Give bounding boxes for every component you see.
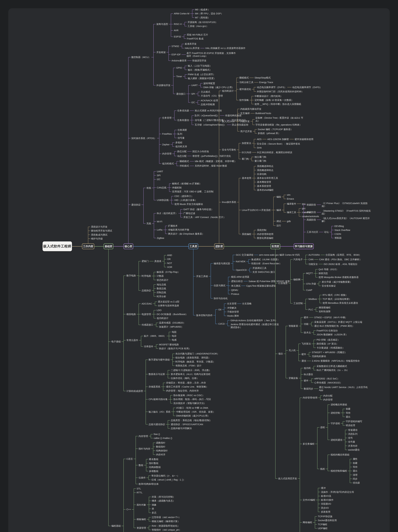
mindmap-node[interactable]: 硬件加速模块使用 bbox=[294, 138, 314, 141]
mindmap-node[interactable]: 数字逻辑与硬件基础 bbox=[148, 358, 170, 361]
mindmap-node[interactable]: 系统设计与开发 bbox=[90, 225, 108, 228]
mindmap-node[interactable]: 抢占式调度 vs 时间片轮转 bbox=[194, 109, 223, 112]
mindmap-node[interactable]: 用户态开发 bbox=[240, 130, 253, 133]
mindmap-node[interactable]: 位域（struct { uint8_t flag : 1; }） bbox=[151, 478, 186, 481]
mindmap-node[interactable]: gdb bbox=[286, 220, 291, 223]
mindmap-node[interactable]: 安全与可靠性 bbox=[221, 148, 237, 152]
mindmap-node[interactable]: 封装（类与访问控制） bbox=[151, 495, 176, 499]
mindmap-node[interactable]: 初级阶段 bbox=[306, 203, 317, 206]
mindmap-node[interactable]: QEMU bbox=[230, 288, 239, 292]
mindmap-node[interactable]: 函数指针 bbox=[155, 441, 166, 444]
mindmap-node[interactable]: 枚举/结构体/联合体 bbox=[138, 482, 159, 486]
mindmap-node[interactable]: 窗口看门狗 bbox=[254, 159, 267, 163]
mindmap-node[interactable]: 标准I/O操作 bbox=[320, 498, 334, 501]
mindmap-node[interactable]: 使用 libusb 开发主机端驱动 bbox=[173, 203, 204, 206]
mindmap-node[interactable]: 逻辑分析仪 bbox=[230, 280, 244, 283]
mindmap-node[interactable]: 指令周期：取指→译码→执行→写回 bbox=[173, 398, 212, 401]
mindmap-node[interactable]: AVR bbox=[173, 29, 179, 32]
mindmap-node[interactable]: 系统控制 bbox=[256, 228, 267, 232]
mindmap-node[interactable]: 总线与通信协议 bbox=[148, 423, 166, 426]
mindmap-node[interactable]: 地址总线 bbox=[156, 283, 167, 286]
mindmap-node[interactable]: 编译器与调试器 bbox=[213, 262, 231, 265]
mindmap-node[interactable]: 时序分析 bbox=[156, 295, 167, 298]
mindmap-node[interactable]: 穿戴设备 bbox=[288, 376, 299, 380]
mindmap-node[interactable]: 低功耗模式 bbox=[161, 162, 174, 165]
mindmap-node[interactable]: 总线协议 bbox=[141, 289, 152, 292]
mindmap-node[interactable]: 数据表示与运算 bbox=[148, 373, 166, 376]
mindmap-node[interactable]: NOT bbox=[166, 261, 173, 265]
mindmap-node[interactable]: 退出 bbox=[352, 469, 358, 473]
mindmap-node[interactable]: 指针数组 bbox=[148, 462, 159, 465]
mindmap-node[interactable]: UART bbox=[191, 84, 199, 87]
mindmap-node[interactable]: AES-128/256 加解密 bbox=[267, 138, 290, 141]
mindmap-node[interactable]: TCP编程 bbox=[317, 523, 328, 526]
mindmap-node[interactable]: 系统集成与测试 bbox=[90, 233, 108, 236]
mindmap-node[interactable]: MOSFET 驱动电路 bbox=[158, 343, 180, 346]
mindmap-node[interactable]: GPIO bbox=[175, 66, 183, 70]
mindmap-node[interactable]: 队列 bbox=[177, 132, 183, 136]
mindmap-node[interactable]: 资源管理 bbox=[136, 526, 147, 530]
mindmap-node[interactable]: free () bbox=[153, 432, 161, 436]
mindmap-node[interactable]: DMA传输机制（减少CPU占用） bbox=[175, 414, 211, 418]
mindmap-node[interactable]: 信号量 bbox=[177, 136, 185, 139]
mindmap-node[interactable]: 功率器件 bbox=[143, 345, 154, 348]
mindmap-node[interactable]: 编译工具 bbox=[286, 211, 297, 214]
mindmap-node[interactable]: I2C bbox=[156, 178, 161, 181]
mindmap-node[interactable]: Sleep/Stop模式 bbox=[254, 76, 271, 79]
mindmap-node[interactable]: 位操作优化（掩码、位移） bbox=[170, 377, 199, 380]
mindmap-node[interactable]: 有线 bbox=[146, 186, 152, 190]
mindmap-node[interactable]: 输入输出（I/O）系统 bbox=[148, 410, 171, 413]
root-topic[interactable]: 嵌入式软件工程师 bbox=[43, 241, 72, 251]
mindmap-node[interactable]: 工具链（riscv-gcc） bbox=[187, 25, 209, 28]
mindmap-node[interactable]: 心率传感器（MAX30102） bbox=[314, 381, 343, 384]
mindmap-node[interactable]: 数据同步 bbox=[303, 387, 314, 390]
mindmap-node[interactable]: FreeRTOS 任务划分 bbox=[316, 329, 339, 332]
mindmap-node[interactable]: 固定大小内存池 bbox=[192, 150, 210, 153]
mindmap-node[interactable]: SHA bbox=[256, 146, 262, 149]
mindmap-node[interactable]: 结构体指针 bbox=[155, 449, 168, 452]
mindmap-node[interactable]: Buildroot/Yocto bbox=[255, 112, 272, 115]
mindmap-node[interactable]: Energy Trace bbox=[258, 81, 274, 84]
mindmap-node[interactable]: 任务优先级 bbox=[176, 109, 190, 112]
mindmap-node[interactable]: 指针与内存 bbox=[138, 447, 151, 450]
mindmap-node[interactable]: PWM 生成（占空比调节） bbox=[187, 73, 216, 76]
mindmap-node[interactable]: 低功耗支持 bbox=[174, 145, 188, 148]
mindmap-node[interactable]: DC-DC转换器（Buck/Boost） bbox=[156, 313, 188, 316]
mindmap-node[interactable]: 信号 bbox=[347, 436, 353, 440]
mindmap-node[interactable]: 路径规划（A* 算法） bbox=[316, 342, 339, 345]
mindmap-node[interactable]: 智能指针（std::unique_ptr） bbox=[151, 528, 182, 532]
mindmap-node[interactable]: 《嵌入式Linux系统开发》《AUTOSAR 规范详解》 bbox=[321, 217, 372, 223]
mindmap-node[interactable]: nRF52832（BLE SoC） bbox=[314, 377, 340, 380]
mindmap-node[interactable]: 开发工具链 bbox=[195, 275, 209, 278]
mindmap-node[interactable]: 纠正单比特错误，检测双比特错误 bbox=[256, 151, 293, 154]
mindmap-node[interactable]: JSON 数据解析（cJSON 库） bbox=[316, 333, 349, 336]
mindmap-node[interactable]: 常用元器件 bbox=[126, 339, 139, 342]
mindmap-node[interactable]: 流操作：开/闭/读/写/内容定位等 bbox=[320, 490, 355, 494]
mindmap-node[interactable]: 多任务编程 bbox=[302, 442, 315, 445]
mindmap-node[interactable]: LoRa bbox=[156, 228, 163, 231]
mindmap-node[interactable]: 同步 bbox=[352, 477, 358, 481]
mindmap-node[interactable]: 快速原型开发 bbox=[192, 59, 207, 62]
mindmap-node[interactable]: Socket通信和应用 bbox=[317, 519, 337, 522]
mindmap-node[interactable]: Modbus bbox=[308, 298, 318, 301]
mindmap-node[interactable]: 通信 bbox=[301, 359, 307, 362]
mindmap-node[interactable]: 内存管理和使用 bbox=[256, 233, 274, 236]
mindmap-node[interactable]: Jenkins 部署自动化硬件测试（如通过串口发送测试指令） bbox=[230, 323, 281, 329]
mindmap-node[interactable]: 属性 bbox=[352, 457, 358, 461]
mindmap-node[interactable]: CPU架构与指令集 bbox=[148, 398, 168, 401]
spine-node-5[interactable]: 进阶层 bbox=[214, 243, 224, 249]
mindmap-node[interactable]: Emacs bbox=[286, 197, 295, 200]
mindmap-node[interactable]: 帧格式（标准帧 vs 扩展帧） bbox=[171, 182, 202, 185]
mindmap-node[interactable]: 2.4GHz 射频模块（NRF24L01）传输遥控指令 bbox=[311, 359, 361, 362]
mindmap-node[interactable]: 进程 bbox=[320, 426, 326, 429]
mindmap-node[interactable]: 安全启动（Secure Boot）：验证固件签名 bbox=[256, 142, 301, 146]
mindmap-node[interactable]: 基本使用 bbox=[241, 176, 252, 180]
mindmap-node[interactable]: 低功耗 bbox=[303, 367, 312, 370]
mindmap-node[interactable]: 模拟 ARM 处理器 bbox=[230, 275, 250, 279]
mindmap-node[interactable]: 数组 bbox=[138, 464, 144, 467]
mindmap-node[interactable]: PID 控制（姿态稳定） bbox=[316, 338, 341, 342]
mindmap-node[interactable]: 基本系统管理 bbox=[256, 184, 272, 188]
mindmap-node[interactable]: 驱动程序开发与调试 bbox=[90, 229, 113, 232]
mindmap-node[interactable]: CppUTest 框架验证驱动逻辑 bbox=[245, 284, 277, 287]
mindmap-node[interactable]: 总线类型：系统总线（地址/数据/控制） bbox=[170, 419, 212, 422]
